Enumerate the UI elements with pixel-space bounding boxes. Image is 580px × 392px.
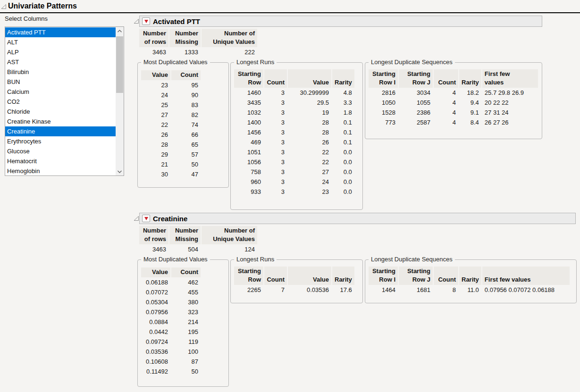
column-list-item[interactable]: Hemoglobin [5,166,116,175]
red-triangle-menu-button[interactable] [142,215,150,222]
table-cell: 9.1 [459,108,481,117]
table-row: 2782 [141,110,201,120]
disclosure-triangle-icon[interactable] [134,18,139,24]
summary-table: Numberof rowsNumberMissingNumber ofUniqu… [138,226,258,254]
column-list-item[interactable]: Glucose [5,146,116,156]
table-row: 0.06188462 [141,277,201,287]
table-row: 4693260.1 [234,137,354,147]
table-row: 3435329.53.3 [234,98,354,108]
column-list-item[interactable]: Creatinine [5,126,116,136]
table-cell: 22 [288,147,331,157]
table-cell: 22 [141,120,170,130]
table-cell: 3 [264,117,287,127]
table-cell: 23 [288,187,331,197]
table-cell: 22 [288,157,331,167]
group-box-longest-runs: Longest Runs StartingRow Count Value Rar… [230,62,363,210]
column-list-items: Activated PTTALTALPASTBilirubinBUNCalciu… [5,27,116,175]
table-cell: 28 [141,140,170,150]
longest-duplicate-sequences-table: StartingRow IStartingRow J Count RarityF… [368,69,539,127]
table-cell: 1056 [234,157,263,167]
column-list-item[interactable]: Chloride [5,107,116,117]
column-list-item[interactable]: Bilirubin [5,67,116,77]
column-list-item[interactable]: ALP [5,47,116,57]
table-cell: 0.07072 [141,287,170,297]
table-cell: 82 [171,110,201,120]
group-box-title: Longest Runs [234,256,277,263]
table-cell: 0.0 [332,177,354,187]
table-cell: 0.1 [332,117,354,127]
table-cell: 83 [171,100,201,110]
scrollbar[interactable] [116,27,124,175]
table-cell: 1050 [369,98,398,108]
column-list-item[interactable]: Creatine Kinase [5,117,116,126]
table-cell: 26 27 26 [482,117,538,127]
group-box-most-duplicated-values: Most Duplicated Values ValueCount0.06188… [137,259,229,387]
scrollbar-thumb[interactable] [116,36,123,93]
table-cell: 3 [264,88,287,98]
table-cell: 0.03536 [141,347,170,357]
table-cell: 23 [141,80,170,90]
column-list-item[interactable]: Hematocrit [5,156,116,166]
table-row: 0.09724119 [141,337,201,347]
outline-title-bar-activated-ptt[interactable]: Activated PTT [139,16,542,27]
table-row: 2490 [141,90,201,100]
red-triangle-menu-button[interactable] [142,17,150,25]
column-list-item[interactable]: AST [5,57,116,67]
outline-title-bar-creatinine[interactable]: Creatinine [139,213,576,224]
table-cell: 0.0 [332,187,354,197]
disclosure-triangle-icon[interactable] [1,4,7,9]
chevron-down-icon [117,170,122,174]
column-list-item[interactable]: CO2 [5,97,116,107]
table-cell: 8 [434,285,458,295]
column-header: Count [434,69,458,88]
table-cell: 3 [264,157,287,167]
column-header: Number ofUnique Values [202,226,257,244]
table-cell: 21 [141,159,170,169]
disclosure-triangle-icon[interactable] [134,216,139,221]
table-cell: 0.07956 [141,307,170,317]
table-cell: 1456 [234,127,263,137]
table-cell: 222 [202,47,257,57]
scroll-up-button[interactable] [116,27,124,35]
table-row: 34631333222 [139,47,257,57]
column-header: Count [171,70,201,80]
column-list-item[interactable]: Calcium [5,87,116,97]
table-cell: 30.299999 [288,88,331,98]
table-row: 2395 [141,80,201,90]
table-cell: 119 [171,337,201,347]
group-box-longest-duplicate-sequences: Longest Duplicate Sequences StartingRow … [365,62,542,139]
table-cell: 57 [171,150,201,159]
red-triangle-down-icon [144,20,148,23]
table-cell: 960 [234,177,263,187]
table-cell: 0.10608 [141,357,170,367]
group-box-most-duplicated-values: Most Duplicated Values ValueCount2395249… [137,62,229,188]
table-cell: 3 [264,147,287,157]
table-cell: 3 [264,127,287,137]
column-list-item[interactable]: ALT [5,37,116,47]
scroll-down-button[interactable] [116,167,124,175]
table-cell: 3463 [139,244,168,254]
table-cell: 18.2 [459,88,481,98]
table-cell: 0.11492 [141,367,170,376]
table-row: 9333230.0 [234,187,354,197]
table-cell: 0.0442 [141,327,170,337]
table-cell: 0.06188 [141,277,170,287]
column-header: StartingRow [234,69,263,88]
table-cell: 3 [264,137,287,147]
table-cell: 2386 [399,108,433,117]
column-list-item[interactable]: Erythrocytes [5,136,116,146]
table-cell: 4 [434,98,458,108]
table-cell: 29 [141,150,170,159]
table-row: 9603240.0 [234,177,354,187]
column-list: Activated PTTALTALPASTBilirubinBUNCalciu… [5,26,124,176]
table-cell: 3 [264,108,287,117]
table-cell: 0.0884 [141,317,170,327]
table-cell: 24 [288,177,331,187]
table-cell: 29.5 [288,98,331,108]
column-header: Value [141,267,170,277]
column-header: Rarity [459,267,481,285]
column-list-item[interactable]: BUN [5,77,116,87]
column-header: Number ofUnique Values [202,29,257,47]
column-list-item[interactable]: Activated PTT [5,27,116,37]
table-cell: 3 [264,98,287,108]
